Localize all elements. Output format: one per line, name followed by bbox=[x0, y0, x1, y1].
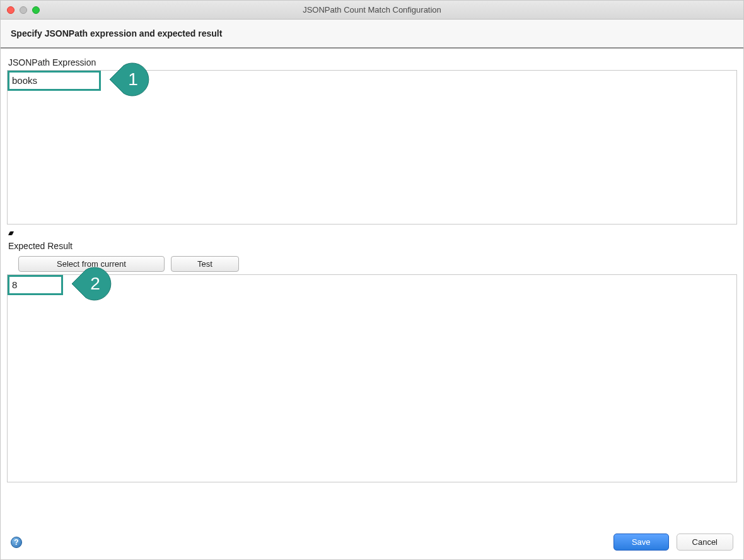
jsonpath-expression-input[interactable]: books 1 bbox=[7, 70, 737, 225]
result-highlight: 8 bbox=[8, 275, 63, 295]
expression-value: books bbox=[12, 75, 37, 86]
dialog-content: JSONPath Expression books 1 ▴▾ Expected … bbox=[1, 49, 743, 528]
help-glyph: ? bbox=[14, 538, 18, 547]
result-label: Expected Result bbox=[8, 241, 737, 251]
callout-2-number: 2 bbox=[90, 274, 100, 294]
dialog-header: Specify JSONPath expression and expected… bbox=[1, 20, 743, 49]
titlebar: JSONPath Count Match Configuration bbox=[1, 1, 743, 20]
expression-highlight: books bbox=[8, 71, 101, 91]
instruction-text: Specify JSONPath expression and expected… bbox=[11, 28, 733, 38]
splitter-handle[interactable]: ▴▾ bbox=[8, 228, 737, 237]
callout-1-number: 1 bbox=[128, 69, 138, 90]
cancel-button[interactable]: Cancel bbox=[677, 534, 733, 551]
callout-2: 2 bbox=[72, 266, 119, 301]
callout-1: 1 bbox=[110, 62, 156, 97]
dialog-window: JSONPath Count Match Configuration Speci… bbox=[0, 0, 744, 560]
close-icon[interactable] bbox=[7, 6, 15, 14]
expected-result-input[interactable]: 8 2 bbox=[7, 274, 737, 482]
save-button[interactable]: Save bbox=[613, 534, 669, 551]
window-controls bbox=[7, 6, 40, 14]
window-title: JSONPath Count Match Configuration bbox=[7, 5, 737, 15]
test-button[interactable]: Test bbox=[171, 256, 239, 272]
maximize-icon[interactable] bbox=[32, 6, 40, 14]
help-icon[interactable]: ? bbox=[11, 537, 22, 548]
result-button-row: Select from current Test bbox=[18, 256, 737, 272]
dialog-footer: ? Save Cancel bbox=[1, 528, 743, 559]
result-value: 8 bbox=[12, 279, 17, 290]
minimize-icon[interactable] bbox=[20, 6, 27, 14]
